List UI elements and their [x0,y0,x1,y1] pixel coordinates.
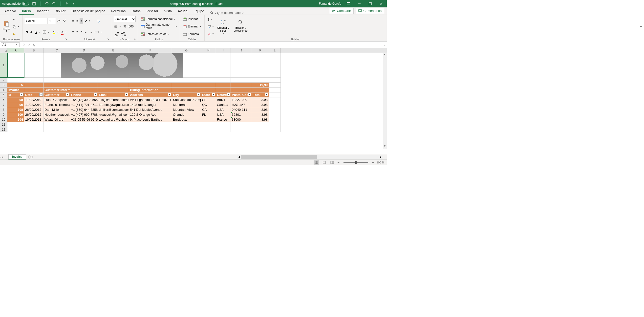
fill-color-button[interactable]: ▼ [51,29,60,35]
cell[interactable] [172,122,201,127]
row-header[interactable]: 9 [0,112,8,117]
cell[interactable] [8,122,24,127]
cell[interactable]: +1 (407) 999-7788 [70,112,98,117]
sheet-tab-invoice[interactable]: Invoice [8,154,26,159]
minimize-icon[interactable] [356,0,363,8]
orientation-button[interactable]: ⤢▼ [84,18,92,24]
cell[interactable]: Dan, Miller [44,107,70,112]
save-icon[interactable] [32,2,36,6]
cell[interactable] [98,122,129,127]
cell[interactable]: Orlando [172,112,201,117]
hscroll-left-icon[interactable]: ◀ [237,156,241,158]
format-cells-button[interactable]: Formato▾ [182,31,202,37]
scroll-up-icon[interactable]: ▲ [383,53,387,57]
number-format-select[interactable]: General [113,16,136,22]
cell[interactable]: dmiller@comcast.com [98,107,129,112]
cell[interactable]: Wyatt, Girard [44,117,70,122]
cell-styles-button[interactable]: Estilos de celda▾ [140,31,178,37]
format-painter-button[interactable] [12,31,20,37]
table-header[interactable]: Address▾ [129,93,172,97]
cell[interactable] [98,88,129,93]
cell[interactable] [269,122,281,127]
column-header[interactable]: K [252,48,269,53]
cell[interactable]: 33000 [231,117,252,122]
font-launcher-icon[interactable]: ⬊ [65,38,67,41]
row-header[interactable]: 2 [0,78,8,83]
cell[interactable] [201,122,216,127]
cell[interactable] [201,53,216,78]
cell[interactable] [216,127,231,132]
cell[interactable] [8,127,24,132]
decrease-decimal-button[interactable]: .00→.0 [120,31,126,37]
cell[interactable] [231,127,252,132]
cell[interactable]: 3,98 [252,117,269,122]
cell[interactable] [24,83,44,88]
cell[interactable]: Canada [216,102,231,107]
share-button[interactable]: Compartir [329,8,354,14]
page-break-view-icon[interactable] [330,160,335,165]
autosum-button[interactable]: Σ▾ [206,17,214,23]
cell[interactable]: QC [201,102,216,107]
font-name-input[interactable] [25,18,48,24]
decrease-font-button[interactable]: A▾ [62,18,67,24]
tab-ayuda[interactable]: Ayuda [175,8,190,15]
cell[interactable]: Heather, Leacock [44,112,70,117]
cell[interactable] [24,88,44,93]
tab-insertar[interactable]: Insertar [34,8,52,15]
cell[interactable]: FL [201,112,216,117]
cell[interactable] [98,127,129,132]
cell[interactable]: Invoice [8,88,24,93]
find-select-button[interactable]: Buscar y seleccionar▼ [232,16,250,37]
table-header[interactable]: Date▾ [24,93,44,97]
cell[interactable]: 11/03/2010 [24,97,44,102]
cell[interactable] [216,78,231,83]
cell[interactable] [269,127,281,132]
clipboard-launcher-icon[interactable]: ⬊ [18,38,20,41]
cell[interactable]: +1 (514) 721-4711 [70,102,98,107]
tell-me-search[interactable]: ¿Qué desea hacer? [207,11,246,15]
tab-vista[interactable]: Vista [161,8,175,15]
borders-button[interactable]: ▼ [42,29,51,35]
cell[interactable] [172,78,201,83]
italic-button[interactable]: K [30,29,33,35]
cell[interactable]: 1498 rue Bélanger [129,102,172,107]
spreadsheet-grid[interactable]: ABCDEFGHIJKL 123519,904InvoiceCustomer i… [0,48,387,154]
cell[interactable] [269,97,281,102]
align-middle-button[interactable]: ≡ [75,18,79,24]
cell[interactable]: 99 [8,102,24,107]
cell[interactable]: H2G 1A7 [231,102,252,107]
column-header[interactable]: B [24,48,44,53]
cell[interactable] [8,78,24,83]
cell[interactable] [269,78,281,83]
cell[interactable] [98,83,129,88]
thousands-button[interactable]: 000 [128,24,135,30]
cell[interactable] [231,88,252,93]
row-header[interactable]: 4 [0,88,8,93]
cell[interactable]: SP [201,97,216,102]
merge-button[interactable]: ▼ [94,29,103,35]
cell[interactable]: Customer information [44,88,70,93]
filter-dropdown-icon[interactable]: ▾ [66,93,70,96]
cell[interactable]: France [216,117,231,122]
hscroll-right-icon[interactable]: ▶ [379,156,383,158]
cell[interactable] [269,117,281,122]
increase-decimal-button[interactable]: ←.0.00 [113,31,120,37]
row-header[interactable]: 7 [0,102,8,107]
column-header[interactable]: G [172,48,201,53]
cell[interactable]: ftremblay@gmail.com [98,102,129,107]
cell[interactable] [70,122,98,127]
increase-font-button[interactable]: A▴ [56,18,61,24]
cell[interactable]: 32801 [231,112,252,117]
undo-icon[interactable] [44,2,49,6]
insert-cells-button[interactable]: Insertar▾ [182,16,202,22]
row-header[interactable]: 12 [0,127,8,132]
cell[interactable] [172,127,201,132]
column-header[interactable]: E [98,48,129,53]
cell[interactable] [216,83,231,88]
row-header[interactable]: 1 [0,53,8,78]
cut-button[interactable]: ✂ [12,17,20,23]
cell[interactable]: 3,98 [252,102,269,107]
zoom-in-button[interactable]: + [372,160,374,164]
cell[interactable] [201,117,216,122]
cell[interactable]: 94040-111 [231,107,252,112]
